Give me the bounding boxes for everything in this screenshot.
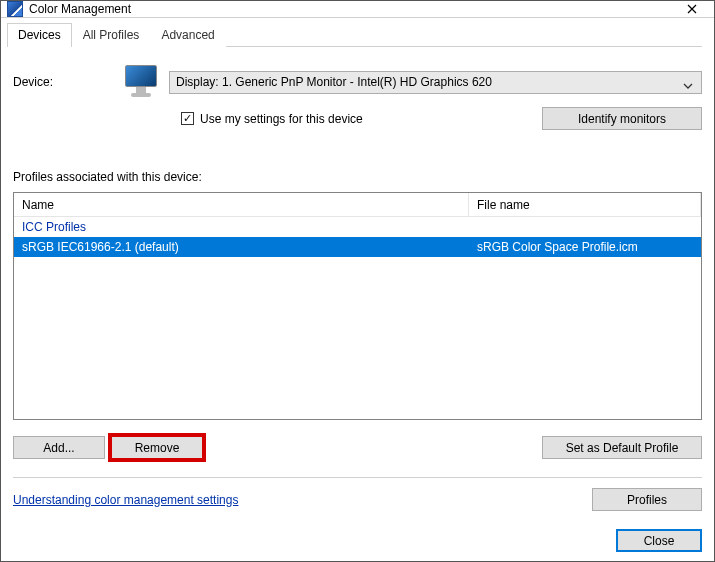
column-name[interactable]: Name xyxy=(14,193,469,216)
close-row: Close xyxy=(13,529,702,552)
profile-buttons-row: Add... Remove Set as Default Profile xyxy=(13,436,702,459)
remove-button[interactable]: Remove xyxy=(111,436,203,459)
device-row: Device: Display: 1. Generic PnP Monitor … xyxy=(13,65,702,99)
app-icon xyxy=(7,1,23,17)
tabstrip: Devices All Profiles Advanced xyxy=(7,22,702,47)
close-button[interactable]: Close xyxy=(616,529,702,552)
content: Devices All Profiles Advanced Device: Di… xyxy=(1,18,714,562)
identify-monitors-button[interactable]: Identify monitors xyxy=(542,107,702,130)
understanding-link[interactable]: Understanding color management settings xyxy=(13,493,238,507)
checkbox-box: ✓ xyxy=(181,112,194,125)
divider xyxy=(13,477,702,478)
tab-all-profiles[interactable]: All Profiles xyxy=(72,23,151,47)
table-row[interactable]: sRGB IEC61966-2.1 (default) sRGB Color S… xyxy=(14,237,701,257)
titlebar: Color Management xyxy=(1,1,714,18)
set-default-profile-button[interactable]: Set as Default Profile xyxy=(542,436,702,459)
chevron-down-icon xyxy=(683,79,693,93)
row-name: sRGB IEC61966-2.1 (default) xyxy=(14,240,469,254)
tab-advanced[interactable]: Advanced xyxy=(150,23,225,47)
row-filename: sRGB Color Space Profile.icm xyxy=(469,240,701,254)
monitor-icon xyxy=(121,65,161,99)
use-my-settings-checkbox[interactable]: ✓ Use my settings for this device xyxy=(181,112,542,126)
footer-row: Understanding color management settings … xyxy=(13,488,702,511)
profiles-button[interactable]: Profiles xyxy=(592,488,702,511)
window: Color Management Devices All Profiles Ad… xyxy=(0,0,715,562)
device-label: Device: xyxy=(13,75,113,89)
device-dropdown[interactable]: Display: 1. Generic PnP Monitor - Intel(… xyxy=(169,71,702,94)
close-icon[interactable] xyxy=(669,1,714,17)
column-filename[interactable]: File name xyxy=(469,193,701,216)
use-my-settings-label: Use my settings for this device xyxy=(200,112,363,126)
device-options-row: ✓ Use my settings for this device Identi… xyxy=(13,107,702,130)
profiles-listview[interactable]: Name File name ICC Profiles sRGB IEC6196… xyxy=(13,192,702,420)
profiles-section-label: Profiles associated with this device: xyxy=(13,170,702,184)
listview-body: ICC Profiles sRGB IEC61966-2.1 (default)… xyxy=(14,217,701,419)
listview-group: ICC Profiles xyxy=(14,217,701,237)
device-dropdown-value: Display: 1. Generic PnP Monitor - Intel(… xyxy=(176,75,492,89)
tab-devices[interactable]: Devices xyxy=(7,23,72,47)
listview-header: Name File name xyxy=(14,193,701,217)
add-button[interactable]: Add... xyxy=(13,436,105,459)
window-title: Color Management xyxy=(29,2,669,16)
